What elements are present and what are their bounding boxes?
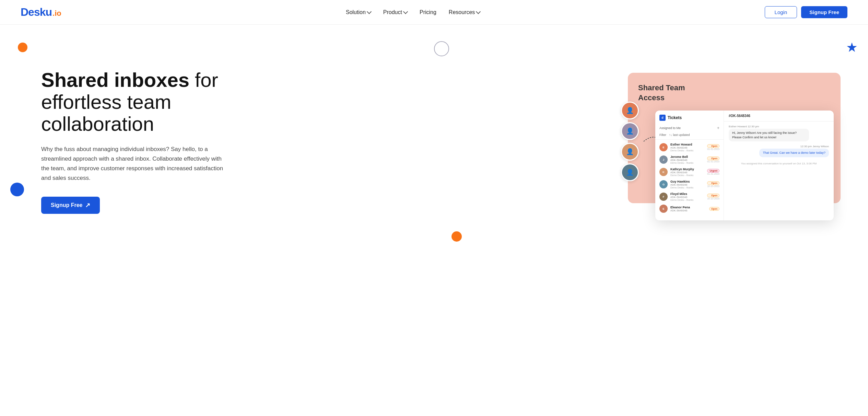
- hero-description: Why the fuss about managing individual i…: [41, 145, 226, 183]
- chat-system-message: You assigned this conversation to yourse…: [729, 162, 829, 165]
- mockup-plus-icon: +: [717, 126, 719, 130]
- decorative-star-icon: ★: [846, 40, 858, 55]
- mockup-chat: #OK-5648346 Esther Howard 12:30 pm Hi, J…: [724, 111, 834, 220]
- ticket-avatar-3: K: [659, 168, 668, 176]
- panel-label: Shared Team Access: [638, 83, 685, 103]
- chevron-down-icon: [403, 9, 408, 14]
- decorative-dot-orange-bottom: [451, 231, 462, 242]
- decorative-dot-blue-bottomleft: [10, 183, 24, 196]
- nav-resources[interactable]: Resources: [449, 9, 480, 15]
- hero-section: ★ Shared inboxes for effortless team col…: [0, 25, 868, 258]
- arrow-icon: ↗: [85, 201, 90, 209]
- ticket-avatar-1: E: [659, 143, 668, 151]
- chat-bubble-2: That Great. Can we have a demo later tod…: [759, 149, 829, 157]
- mockup-ticket-item-6[interactable]: E Eleanor Pena #DK-5649346 Open: [655, 203, 724, 215]
- chat-msg-1-name: Esther Howard 12:30 pm: [729, 125, 759, 128]
- chat-message-1: Esther Howard 12:30 pm Hi, Jenny Wilson!…: [729, 125, 809, 141]
- mockup-header: d Tickets: [655, 115, 724, 124]
- ticket-info-3: Kathryn Murphy #DK-5640346 Demo Desku - …: [670, 167, 704, 176]
- navbar-actions: Login Signup Free: [765, 6, 847, 18]
- decorative-circle-outline: [434, 41, 449, 56]
- ticket-info-6: Eleanor Pena #DK-5649346: [670, 206, 706, 212]
- ticket-avatar-4: G: [659, 180, 668, 188]
- logo[interactable]: Desku.io: [21, 6, 61, 19]
- hero-right-panel: Shared Team Access 👤 👤 👤 👤: [247, 73, 841, 210]
- avatar-2: 👤: [621, 122, 639, 140]
- avatar-group: 👤 👤 👤 👤: [621, 102, 639, 181]
- mockup-sidebar: d Tickets Assigned to Me + Filter ↑↓ las…: [655, 111, 724, 220]
- panel-container: Shared Team Access 👤 👤 👤 👤: [621, 73, 841, 210]
- mockup-chat-messages: Esther Howard 12:30 pm Hi, Jenny Wilson!…: [724, 122, 834, 220]
- mockup-chat-header: #OK-5648346: [724, 111, 834, 122]
- ticket-mockup: d Tickets Assigned to Me + Filter ↑↓ las…: [655, 111, 834, 220]
- ticket-badge-6: Open: [709, 207, 719, 211]
- ticket-info-4: Guy Hawkins #DK-5649346 Demo Desku - tha…: [670, 180, 704, 189]
- signup-hero-label: Signup Free: [51, 202, 82, 208]
- mockup-ticket-item-2[interactable]: J Jerome Bell #DK-5648346 Demo Desku - t…: [655, 153, 724, 166]
- mockup-ticket-item-3[interactable]: K Kathryn Murphy #DK-5640346 Demo Desku …: [655, 166, 724, 178]
- avatar-1: 👤: [621, 102, 639, 119]
- logo-desku: Desku: [21, 6, 52, 19]
- avatar-3: 👤: [621, 143, 639, 161]
- ticket-info-5: Floyd Miles #DK-5649346 Demo Desku - tha…: [670, 192, 704, 201]
- ticket-avatar-5: F: [659, 193, 668, 201]
- ticket-badge-4: Open: [707, 181, 719, 185]
- chat-msg-2-name: 12:30 pm Jenny Wilson: [800, 145, 829, 148]
- ticket-info-2: Jerome Bell #DK-5648346 Demo Desku - tha…: [670, 155, 704, 164]
- nav-pricing[interactable]: Pricing: [420, 9, 436, 15]
- ticket-avatar-6: E: [659, 205, 668, 213]
- mockup-ticket-item-5[interactable]: F Floyd Miles #DK-5649346 Demo Desku - t…: [655, 190, 724, 203]
- ticket-info-1: Esther Howard #OK-5648346 Demo Desku - t…: [670, 143, 704, 152]
- decorative-dot-orange-topleft: [18, 43, 27, 52]
- ticket-avatar-2: J: [659, 155, 668, 164]
- chat-message-2: 12:30 pm Jenny Wilson That Great. Can we…: [759, 145, 829, 157]
- signup-hero-button[interactable]: Signup Free ↗: [41, 197, 100, 214]
- mockup-ticket-item-1[interactable]: E Esther Howard #OK-5648346 Demo Desku -…: [655, 141, 724, 153]
- signup-nav-button[interactable]: Signup Free: [801, 6, 847, 18]
- navbar: Desku.io Solution Product Pricing Resour…: [0, 0, 868, 25]
- hero-heading-bold: Shared inboxes: [41, 69, 189, 91]
- chevron-down-icon: [476, 9, 481, 14]
- mockup-ticket-item-4[interactable]: G Guy Hawkins #DK-5649346 Demo Desku - t…: [655, 178, 724, 190]
- logo-dotion: .io: [52, 9, 61, 18]
- hero-heading: Shared inboxes for effortless team colla…: [41, 69, 247, 135]
- mockup-filter-row: Filter ↑↓ last updated: [655, 132, 724, 138]
- mockup-assigned-row: Assigned to Me +: [655, 124, 724, 132]
- chevron-down-icon: [367, 9, 372, 14]
- mockup-tickets-label: Tickets: [668, 115, 682, 120]
- nav-product[interactable]: Product: [383, 9, 407, 15]
- ticket-badge-1: Open: [707, 144, 719, 148]
- avatar-4: 👤: [621, 163, 639, 181]
- ticket-badge-2: Open: [707, 157, 719, 160]
- hero-left-content: Shared inboxes for effortless team colla…: [41, 69, 247, 214]
- ticket-badge-3: Urgent: [707, 169, 719, 173]
- nav-solution[interactable]: Solution: [346, 9, 371, 15]
- login-button[interactable]: Login: [765, 6, 797, 18]
- mockup-divider: [655, 139, 724, 140]
- nav-menu: Solution Product Pricing Resources: [346, 9, 480, 15]
- ticket-badge-5: Open: [707, 194, 719, 197]
- mockup-d-icon: d: [659, 115, 666, 121]
- chat-bubble-1: Hi, Jenny Wilson! Are you still facing t…: [729, 129, 809, 141]
